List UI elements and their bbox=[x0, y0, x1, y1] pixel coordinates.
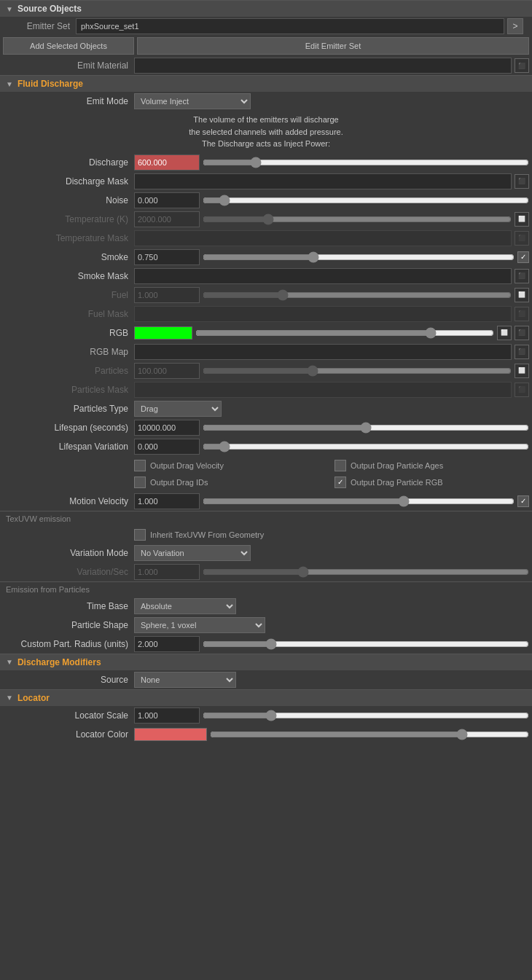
custom-radius-slider[interactable] bbox=[203, 638, 529, 650]
particles-label: Particles bbox=[3, 366, 134, 376]
rgb-map-icon[interactable]: ⬛ bbox=[515, 345, 529, 359]
drag-checkboxes-area: Output Drag Velocity Output Drag Particl… bbox=[0, 456, 532, 492]
smoke-row: Smoke ✓ bbox=[0, 248, 532, 267]
locator-color-slider[interactable] bbox=[210, 729, 529, 740]
noise-row: Noise 0.000 bbox=[0, 191, 532, 210]
noise-slider[interactable] bbox=[203, 195, 529, 206]
discharge-input[interactable]: 600.000 bbox=[134, 154, 200, 170]
variation-sec-input[interactable] bbox=[134, 564, 200, 580]
discharge-row: Discharge 600.000 bbox=[0, 153, 532, 172]
emit-mode-label: Emit Mode bbox=[3, 96, 134, 106]
smoke-mask-field[interactable] bbox=[134, 268, 512, 284]
source-objects-header[interactable]: ▼ Source Objects bbox=[0, 0, 532, 17]
fuel-input[interactable] bbox=[134, 287, 200, 303]
particles-type-select[interactable]: Drag bbox=[134, 401, 222, 417]
emit-mode-row: Emit Mode Volume Inject bbox=[0, 92, 532, 111]
output-drag-ids-row: Output Drag IDs bbox=[134, 475, 329, 490]
motion-velocity-label: Motion Velocity bbox=[3, 496, 134, 506]
fuel-mask-field[interactable] bbox=[134, 306, 512, 322]
temperature-input[interactable] bbox=[134, 211, 200, 227]
particles-input[interactable] bbox=[134, 363, 200, 379]
discharge-content: 600.000 bbox=[134, 154, 529, 170]
time-base-select[interactable]: Absolute bbox=[134, 598, 236, 614]
variation-sec-slider[interactable] bbox=[203, 566, 529, 578]
locator-scale-input[interactable] bbox=[134, 707, 200, 724]
emit-material-value[interactable] bbox=[134, 58, 512, 74]
rgb-color-swatch[interactable] bbox=[134, 326, 192, 340]
source-select[interactable]: None bbox=[134, 672, 236, 688]
rgb-row: RGB ⬜ ⬛ bbox=[0, 324, 532, 342]
inherit-texuvw-cb-row: Inherit TexUVW From Geometry bbox=[134, 528, 264, 542]
rgb-mask-icon2[interactable]: ⬛ bbox=[515, 326, 529, 340]
lifespan-content bbox=[134, 420, 529, 436]
variation-mode-select[interactable]: No Variation bbox=[134, 545, 251, 561]
fuel-slider[interactable] bbox=[203, 289, 512, 301]
locator-header[interactable]: ▼ Locator bbox=[0, 689, 532, 706]
lifespan-input[interactable] bbox=[134, 420, 200, 436]
fuel-label: Fuel bbox=[3, 290, 134, 300]
lifespan-slider[interactable] bbox=[203, 422, 529, 434]
inherit-texuvw-cb[interactable] bbox=[134, 529, 146, 541]
motion-velocity-input[interactable] bbox=[134, 493, 200, 509]
locator-scale-row: Locator Scale bbox=[0, 706, 532, 725]
lifespan-variation-slider[interactable] bbox=[203, 441, 529, 452]
source-objects-arrow: ▼ bbox=[6, 5, 13, 13]
smoke-slider[interactable] bbox=[203, 251, 515, 263]
variation-mode-content: No Variation bbox=[134, 545, 529, 561]
output-drag-particle-rgb-cb[interactable]: ✓ bbox=[335, 477, 346, 488]
temperature-mask-field[interactable] bbox=[134, 230, 512, 246]
fluid-discharge-header[interactable]: ▼ Fluid Discharge bbox=[0, 75, 532, 92]
fuel-mask-icon[interactable]: ⬜ bbox=[515, 288, 529, 302]
rgb-map-field[interactable] bbox=[134, 344, 512, 360]
temperature-row: Temperature (K) ⬜ bbox=[0, 210, 532, 229]
discharge-slider[interactable] bbox=[203, 157, 529, 168]
edit-emitter-btn[interactable]: Edit Emitter Set bbox=[137, 37, 529, 55]
motion-velocity-checkbox[interactable]: ✓ bbox=[517, 495, 529, 507]
particles-type-content: Drag bbox=[134, 401, 529, 417]
output-drag-particle-ages-cb[interactable] bbox=[335, 460, 346, 471]
discharge-mask-field[interactable] bbox=[134, 173, 512, 189]
custom-radius-input[interactable] bbox=[134, 636, 200, 652]
motion-velocity-slider[interactable] bbox=[203, 495, 515, 507]
output-drag-velocity-cb[interactable] bbox=[134, 460, 146, 471]
rgb-mask-icon[interactable]: ⬜ bbox=[497, 326, 512, 340]
temperature-mask-icon2[interactable]: ⬛ bbox=[515, 231, 529, 246]
smoke-checkbox[interactable]: ✓ bbox=[517, 251, 529, 263]
emit-material-mask-icon[interactable]: ⬛ bbox=[515, 58, 529, 73]
output-drag-ids-cb[interactable] bbox=[134, 477, 146, 488]
emitter-set-label: Emitter Set bbox=[3, 21, 76, 31]
emission-particles-title: Emission from Particles bbox=[6, 585, 90, 594]
temperature-mask-icon[interactable]: ⬜ bbox=[515, 212, 529, 227]
emitter-set-arrow-btn[interactable]: > bbox=[507, 18, 523, 34]
add-selected-btn[interactable]: Add Selected Objects bbox=[3, 37, 134, 55]
noise-input[interactable]: 0.000 bbox=[134, 192, 200, 208]
discharge-mask-icon[interactable]: ⬛ bbox=[515, 174, 529, 189]
source-row: Source None bbox=[0, 670, 532, 689]
rgb-slider[interactable] bbox=[195, 327, 494, 339]
variation-mode-row: Variation Mode No Variation bbox=[0, 544, 532, 562]
particles-icon[interactable]: ⬜ bbox=[515, 364, 529, 378]
temperature-mask-label: Temperature Mask bbox=[3, 233, 134, 243]
lifespan-label: Lifespan (seconds) bbox=[3, 423, 134, 433]
emit-material-row: Emit Material ⬛ bbox=[0, 56, 532, 75]
particles-slider[interactable] bbox=[203, 365, 512, 377]
discharge-modifiers-header[interactable]: ▼ Discharge Modifiers bbox=[0, 654, 532, 670]
smoke-input[interactable] bbox=[134, 249, 200, 265]
particles-mask-icon[interactable]: ⬛ bbox=[515, 383, 529, 397]
fuel-mask-icon2[interactable]: ⬛ bbox=[515, 307, 529, 321]
temperature-label: Temperature (K) bbox=[3, 214, 134, 224]
particles-mask-field[interactable] bbox=[134, 382, 512, 398]
lifespan-variation-input[interactable] bbox=[134, 439, 200, 455]
lifespan-variation-content bbox=[134, 439, 529, 455]
emit-mode-select[interactable]: Volume Inject bbox=[134, 93, 251, 109]
emitter-set-row: Emitter Set phxSource_set1 > bbox=[0, 17, 532, 36]
locator-scale-content bbox=[134, 707, 529, 724]
locator-scale-slider[interactable] bbox=[203, 710, 529, 721]
particle-shape-select[interactable]: Sphere, 1 voxel bbox=[134, 617, 265, 633]
emitter-set-value[interactable]: phxSource_set1 bbox=[76, 18, 504, 34]
temperature-slider[interactable] bbox=[203, 213, 512, 225]
output-drag-particle-ages-label: Output Drag Particle Ages bbox=[351, 461, 443, 470]
temperature-content: ⬜ bbox=[134, 211, 529, 227]
locator-color-swatch[interactable] bbox=[134, 728, 207, 741]
smoke-mask-icon[interactable]: ⬛ bbox=[515, 269, 529, 283]
